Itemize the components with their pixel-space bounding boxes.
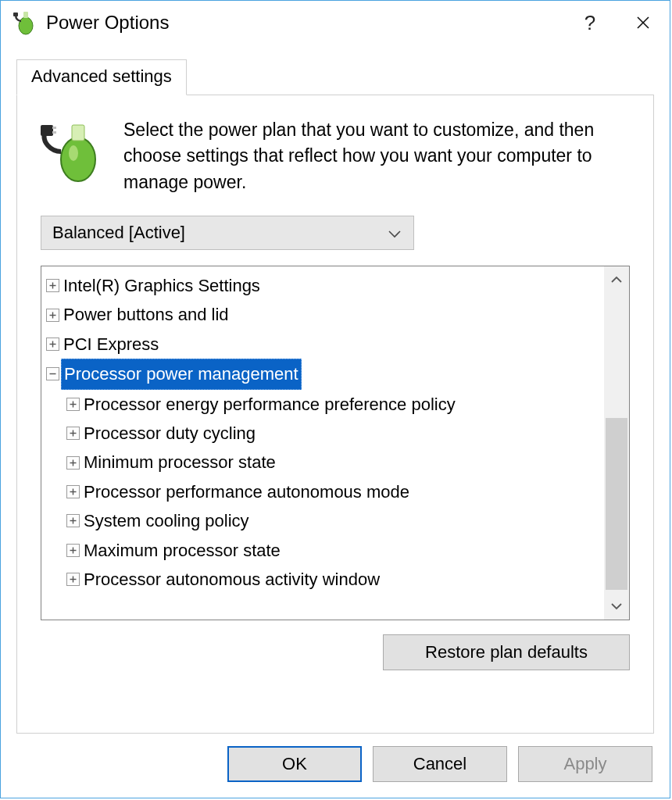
tree-item[interactable]: Processor autonomous activity window xyxy=(45,565,601,594)
scroll-down-button[interactable] xyxy=(604,593,629,620)
tree-item[interactable]: Power buttons and lid xyxy=(45,300,601,329)
expand-icon[interactable] xyxy=(46,309,59,322)
tree-item[interactable]: Processor performance autonomous mode xyxy=(45,477,601,506)
tree-item-label: Minimum processor state xyxy=(81,448,278,477)
battery-plug-icon xyxy=(41,120,105,184)
tree-item-label: Maximum processor state xyxy=(81,536,283,565)
intro-row: Select the power plan that you want to c… xyxy=(41,117,630,195)
tree-item[interactable]: System cooling policy xyxy=(45,506,601,535)
tab-strip: Advanced settings xyxy=(16,59,654,95)
cancel-button[interactable]: Cancel xyxy=(373,746,507,782)
tree-item[interactable]: Intel(R) Graphics Settings xyxy=(45,271,601,300)
scroll-track[interactable] xyxy=(604,293,629,593)
svg-rect-10 xyxy=(41,125,53,136)
close-icon xyxy=(636,16,650,30)
expand-icon[interactable] xyxy=(66,485,80,498)
tree-item-label: System cooling policy xyxy=(81,506,252,535)
svg-rect-2 xyxy=(23,12,28,18)
power-options-dialog: Power Options ? Advanced settings xyxy=(0,0,670,798)
expand-icon[interactable] xyxy=(66,427,80,440)
tree-item[interactable]: PCI Express xyxy=(45,330,601,359)
intro-text: Select the power plan that you want to c… xyxy=(123,117,630,195)
tree-item-label: Processor power management xyxy=(61,359,302,389)
svg-rect-3 xyxy=(13,12,18,16)
expand-icon[interactable] xyxy=(66,573,80,586)
expand-icon[interactable] xyxy=(46,279,59,292)
svg-point-8 xyxy=(69,145,78,161)
restore-plan-defaults-button[interactable]: Restore plan defaults xyxy=(383,634,630,670)
chevron-down-icon xyxy=(388,223,401,243)
vertical-scrollbar[interactable] xyxy=(604,266,629,620)
expand-icon[interactable] xyxy=(66,398,80,411)
tab-panel: Select the power plan that you want to c… xyxy=(16,95,654,734)
svg-rect-11 xyxy=(52,127,56,129)
scroll-thumb[interactable] xyxy=(606,418,627,590)
power-plan-dropdown[interactable]: Balanced [Active] xyxy=(41,216,414,250)
titlebar: Power Options ? xyxy=(1,1,670,45)
expand-icon[interactable] xyxy=(66,544,80,557)
tab-advanced-settings[interactable]: Advanced settings xyxy=(16,59,187,95)
window-title: Power Options xyxy=(46,12,563,34)
svg-rect-12 xyxy=(52,131,56,134)
collapse-icon[interactable] xyxy=(46,367,59,380)
tree-item[interactable]: Processor duty cycling xyxy=(45,419,601,448)
apply-button[interactable]: Apply xyxy=(518,746,652,782)
tree-item-label: Processor energy performance preference … xyxy=(81,390,458,419)
tree-item-label: Power buttons and lid xyxy=(61,300,231,329)
ok-button[interactable]: OK xyxy=(227,746,362,782)
settings-tree: Intel(R) Graphics SettingsPower buttons … xyxy=(41,266,630,620)
restore-row: Restore plan defaults xyxy=(41,634,630,670)
tree-item-label: PCI Express xyxy=(61,330,161,359)
tree-item[interactable]: Processor power management xyxy=(45,359,601,389)
power-options-icon xyxy=(13,10,38,35)
power-plan-selected: Balanced [Active] xyxy=(52,223,185,243)
tree-item-label: Processor performance autonomous mode xyxy=(81,477,412,506)
tree-viewport: Intel(R) Graphics SettingsPower buttons … xyxy=(41,266,604,620)
tree-item-label: Processor autonomous activity window xyxy=(81,565,382,594)
expand-icon[interactable] xyxy=(46,338,59,351)
tree-item[interactable]: Minimum processor state xyxy=(45,448,601,477)
client-area: Advanced settings Select the xyxy=(1,45,670,746)
tree-item[interactable]: Maximum processor state xyxy=(45,536,601,565)
scroll-up-button[interactable] xyxy=(604,266,629,293)
tree-item-label: Intel(R) Graphics Settings xyxy=(61,271,263,300)
tree-item[interactable]: Processor energy performance preference … xyxy=(45,390,601,419)
chevron-up-icon xyxy=(611,276,622,284)
help-button[interactable]: ? xyxy=(563,1,617,45)
expand-icon[interactable] xyxy=(66,456,80,470)
close-button[interactable] xyxy=(617,1,670,45)
svg-rect-9 xyxy=(72,125,84,141)
expand-icon[interactable] xyxy=(66,514,80,527)
dialog-footer: OK Cancel Apply xyxy=(1,746,670,798)
tree-item-label: Processor duty cycling xyxy=(81,419,258,448)
chevron-down-icon xyxy=(611,602,622,610)
